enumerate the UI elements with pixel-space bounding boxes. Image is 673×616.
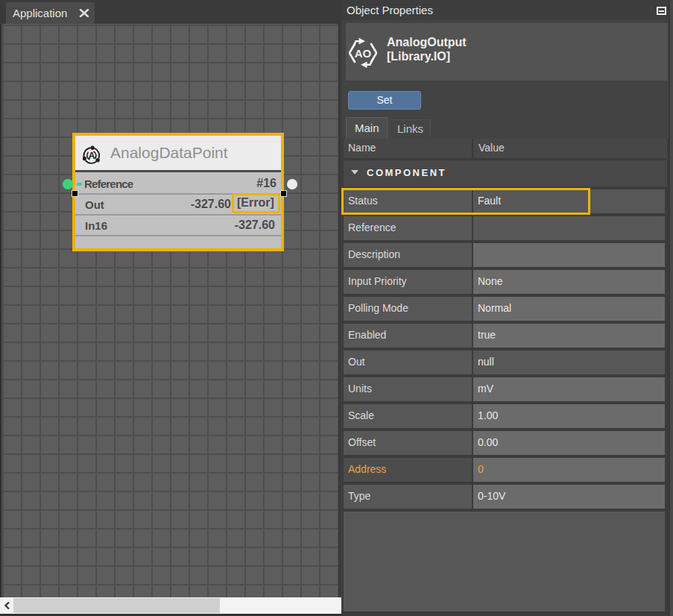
- svg-text:AO: AO: [355, 47, 372, 60]
- svg-text:A: A: [88, 151, 95, 161]
